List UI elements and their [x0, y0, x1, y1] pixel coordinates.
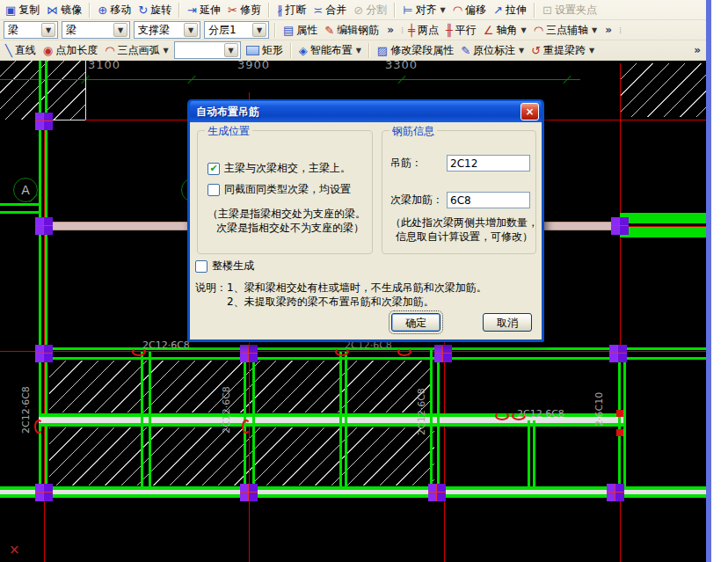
- chevron-down-icon[interactable]: ▼: [224, 43, 238, 57]
- element-type-combo[interactable]: 梁▼: [4, 21, 58, 39]
- cancel-button[interactable]: 取消: [483, 313, 532, 332]
- toolbar-overflow-chevron[interactable]: »: [694, 44, 701, 56]
- trim-button[interactable]: ✂修剪: [224, 2, 265, 18]
- split-button: ⊘分割: [350, 2, 390, 18]
- parallel-axis-button[interactable]: ╫平行: [442, 22, 480, 39]
- slab-hatch: [620, 63, 706, 117]
- three-point-arc-button[interactable]: ◠三点画弧▼: [101, 42, 172, 59]
- same-section-checkbox-row[interactable]: 同截面同类型次梁，均设置: [207, 182, 351, 197]
- dialog-body: 生成位置 ✔ 主梁与次梁相交，主梁上。 同截面同类型次梁，均设置 （主梁是指梁相…: [190, 122, 542, 339]
- chevron-down-icon: ▼: [356, 47, 361, 55]
- support-beam-combo[interactable]: 支撑梁▼: [134, 21, 200, 39]
- three-point-aux-axis-button[interactable]: ◠三点辅轴▼: [530, 22, 601, 39]
- extend-button[interactable]: ⇥延伸: [184, 2, 224, 18]
- node-handle[interactable]: [35, 113, 53, 130]
- element-name-combo[interactable]: 梁▼: [62, 21, 130, 39]
- smart-layout-button[interactable]: ◈智能布置▼: [295, 42, 365, 59]
- toolbar-row-draw: ╲直线 ◉点加长度 ◠三点画弧▼ ▼ 矩形 ◈智能布置▼ ▨修改梁段属性 ✎原位…: [0, 40, 707, 61]
- two-point-axis-button[interactable]: ╪两点: [404, 22, 442, 39]
- field-label: 吊筋：: [390, 156, 447, 171]
- edit-rebar-button[interactable]: ✎编辑钢筋: [321, 22, 382, 39]
- beam[interactable]: [528, 420, 535, 486]
- toolbar-overflow-chevron[interactable]: »: [387, 24, 394, 36]
- wide-beam[interactable]: [620, 227, 706, 237]
- slab-hatch: [49, 361, 433, 412]
- node-handle[interactable]: [434, 345, 452, 362]
- node-handle[interactable]: [428, 484, 446, 501]
- main-beam-checkbox-row[interactable]: ✔ 主梁与次梁相交，主梁上。: [207, 161, 351, 176]
- group-note: （主梁是指梁相交处为支座的梁。: [207, 207, 366, 222]
- group-note: 次梁是指相交处不为支座的梁）: [216, 221, 364, 236]
- secondary-rebar-input[interactable]: [447, 192, 530, 208]
- toolbar-overflow-chevron[interactable]: »: [605, 24, 612, 36]
- move-button[interactable]: ⊕移动: [94, 2, 135, 18]
- dialog-titlebar[interactable]: 自动布置吊筋 ×: [190, 101, 542, 122]
- chevron-down-icon[interactable]: ▼: [252, 23, 266, 37]
- axis-angle-button[interactable]: ∠轴角▼: [480, 22, 530, 39]
- ok-button[interactable]: 确定: [391, 313, 440, 332]
- arc-value-combo[interactable]: ▼: [174, 41, 241, 59]
- checkbox-unchecked[interactable]: [195, 260, 207, 273]
- hanging-rebar-input[interactable]: [447, 155, 530, 172]
- axis-bubble-label: A: [21, 183, 30, 197]
- chevron-down-icon: ▼: [589, 47, 594, 55]
- align-button[interactable]: ⊨对齐▼: [399, 2, 448, 18]
- wide-beam[interactable]: [620, 213, 706, 223]
- in-situ-annotation-button[interactable]: ✎原位标注▼: [457, 42, 528, 59]
- checkbox-checked[interactable]: ✔: [207, 163, 220, 175]
- stretch-button[interactable]: ↗拉伸: [490, 2, 530, 18]
- node-handle[interactable]: [35, 217, 53, 235]
- copy-button[interactable]: ▣复制: [2, 2, 43, 18]
- node-handle[interactable]: [240, 484, 258, 501]
- point-plus-length-button[interactable]: ◉点加长度: [40, 42, 101, 59]
- modify-beam-segment-button[interactable]: ▨修改梁段属性: [374, 42, 457, 59]
- offset-icon: ◠: [453, 4, 462, 16]
- chevron-down-icon[interactable]: ▼: [41, 23, 55, 37]
- two-point-icon: ╪: [408, 25, 415, 36]
- group-note: （此处指次梁两侧共增加数量，: [390, 215, 538, 230]
- mirror-button[interactable]: ⋈镜像: [43, 2, 85, 18]
- rebar-hook-marker: [397, 347, 411, 356]
- beam[interactable]: [0, 486, 706, 498]
- rebar-point-marker: [616, 410, 623, 417]
- chevron-down-icon[interactable]: ▼: [184, 23, 198, 37]
- checkbox-label: 整楼生成: [212, 259, 254, 274]
- rotate-button[interactable]: ↻旋转: [135, 2, 175, 18]
- offset-button[interactable]: ◠偏移: [449, 2, 490, 18]
- node-handle[interactable]: [607, 484, 624, 501]
- line-tool-button[interactable]: ╲直线: [2, 42, 40, 59]
- chevron-down-icon[interactable]: ▼: [113, 23, 127, 37]
- grip-icon: ⊡: [542, 4, 552, 16]
- cross-marker: ×: [9, 542, 20, 558]
- in-situ-annotation-icon: ✎: [461, 45, 470, 56]
- node-handle[interactable]: [609, 345, 627, 362]
- merge-button[interactable]: ≍合并: [309, 2, 350, 18]
- node-handle[interactable]: [240, 345, 258, 362]
- beam[interactable]: [0, 203, 39, 214]
- break-button[interactable]: ∦打断: [273, 2, 310, 18]
- node-handle[interactable]: [611, 217, 629, 235]
- beam[interactable]: [430, 350, 440, 486]
- whole-building-checkbox-row[interactable]: 整楼生成: [195, 259, 254, 274]
- beam-rebar-label: 2C12·6C8: [517, 408, 564, 420]
- checkbox-unchecked[interactable]: [207, 184, 220, 196]
- node-handle[interactable]: [35, 345, 53, 362]
- dialog-instructions-line1: 说明：1、梁和梁相交处有柱或墙时，不生成吊筋和次梁加筋。: [195, 281, 487, 296]
- beam[interactable]: [141, 352, 151, 486]
- re-extract-beam-span-button[interactable]: ↺重提梁跨▼: [528, 42, 598, 59]
- layer-combo[interactable]: 分层1▼: [204, 21, 269, 39]
- node-handle[interactable]: [35, 484, 53, 501]
- rectangle-tool-button[interactable]: 矩形: [243, 42, 287, 59]
- rebar-hook-marker: [495, 412, 509, 420]
- properties-button[interactable]: ▤属性: [280, 22, 321, 39]
- close-icon[interactable]: ×: [521, 103, 539, 120]
- beam-rebar-label: 2·6C10: [593, 365, 605, 427]
- rebar-hook-marker: [242, 420, 251, 434]
- beam[interactable]: [339, 352, 347, 486]
- rectangle-icon: [246, 46, 259, 55]
- grid-line-vertical: [444, 337, 445, 562]
- chevron-down-icon: ▼: [164, 47, 169, 55]
- dimension-text: 3900: [237, 60, 270, 71]
- chevron-down-icon: ▼: [592, 26, 597, 34]
- dimension-text: 3300: [385, 60, 418, 71]
